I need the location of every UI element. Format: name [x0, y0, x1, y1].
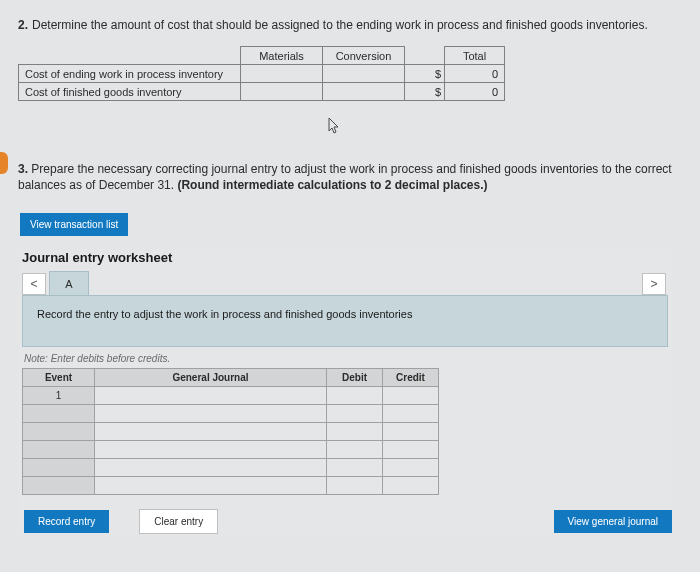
- debit-input[interactable]: [327, 441, 383, 459]
- event-header: Event: [23, 369, 95, 387]
- conversion-input[interactable]: [323, 65, 405, 83]
- credit-input[interactable]: [383, 423, 439, 441]
- q3-number: 3.: [18, 162, 28, 176]
- tabs-row: < A >: [22, 271, 672, 295]
- materials-input[interactable]: [241, 65, 323, 83]
- account-input[interactable]: [95, 441, 327, 459]
- page: 2. Determine the amount of cost that sho…: [0, 0, 700, 552]
- question-2: 2. Determine the amount of cost that sho…: [18, 18, 672, 32]
- next-entry-button[interactable]: >: [642, 273, 666, 295]
- account-input[interactable]: [95, 423, 327, 441]
- clear-entry-button[interactable]: Clear entry: [139, 509, 218, 534]
- credit-input[interactable]: [383, 477, 439, 495]
- event-cell: [23, 459, 95, 477]
- journal-worksheet: Journal entry worksheet < A > Record the…: [18, 250, 672, 534]
- table-row: 1: [23, 387, 439, 405]
- entry-description: Record the entry to adjust the work in p…: [22, 295, 668, 347]
- general-journal-table: Event General Journal Debit Credit 1: [22, 368, 439, 495]
- total-header: Total: [445, 47, 505, 65]
- table-row: [23, 441, 439, 459]
- event-cell: 1: [23, 387, 95, 405]
- table-row: [23, 423, 439, 441]
- question-3: 3. Prepare the necessary correcting jour…: [18, 161, 672, 193]
- general-journal-header: General Journal: [95, 369, 327, 387]
- debit-input[interactable]: [327, 405, 383, 423]
- tab-a[interactable]: A: [49, 271, 89, 295]
- note-text: Note: Enter debits before credits.: [24, 353, 672, 364]
- table-row: [23, 477, 439, 495]
- debit-input[interactable]: [327, 423, 383, 441]
- q3-bold: (Round intermediate calculations to 2 de…: [177, 178, 487, 192]
- credit-input[interactable]: [383, 387, 439, 405]
- materials-input[interactable]: [241, 83, 323, 101]
- event-cell: [23, 441, 95, 459]
- total-value: 0: [445, 83, 505, 101]
- dollar-sign: $: [405, 65, 445, 83]
- credit-header: Credit: [383, 369, 439, 387]
- prev-entry-button[interactable]: <: [22, 273, 46, 295]
- worksheet-title: Journal entry worksheet: [22, 250, 672, 265]
- debit-input[interactable]: [327, 387, 383, 405]
- record-entry-button[interactable]: Record entry: [24, 510, 109, 533]
- page-marker: [0, 152, 8, 174]
- account-input[interactable]: [95, 387, 327, 405]
- table-row: Cost of ending work in process inventory…: [19, 65, 505, 83]
- blank-header: [19, 47, 241, 65]
- event-cell: [23, 405, 95, 423]
- q2-number: 2.: [18, 18, 28, 32]
- credit-input[interactable]: [383, 405, 439, 423]
- event-cell: [23, 423, 95, 441]
- account-input[interactable]: [95, 459, 327, 477]
- cost-table: Materials Conversion Total Cost of endin…: [18, 46, 505, 101]
- buttons-row: Record entry Clear entry View general jo…: [24, 509, 672, 534]
- account-input[interactable]: [95, 477, 327, 495]
- debit-input[interactable]: [327, 477, 383, 495]
- debit-input[interactable]: [327, 459, 383, 477]
- conversion-header: Conversion: [323, 47, 405, 65]
- conversion-input[interactable]: [323, 83, 405, 101]
- event-cell: [23, 477, 95, 495]
- q2-text: Determine the amount of cost that should…: [32, 18, 648, 32]
- account-input[interactable]: [95, 405, 327, 423]
- dollar-sign: $: [405, 83, 445, 101]
- materials-header: Materials: [241, 47, 323, 65]
- view-general-journal-button[interactable]: View general journal: [554, 510, 672, 533]
- gap-header: [405, 47, 445, 65]
- total-value: 0: [445, 65, 505, 83]
- row-label: Cost of ending work in process inventory: [19, 65, 241, 83]
- table-row: Cost of finished goods inventory $ 0: [19, 83, 505, 101]
- view-transaction-list-button[interactable]: View transaction list: [20, 213, 128, 236]
- cursor-icon: [328, 117, 342, 135]
- table-row: [23, 405, 439, 423]
- row-label: Cost of finished goods inventory: [19, 83, 241, 101]
- debit-header: Debit: [327, 369, 383, 387]
- credit-input[interactable]: [383, 441, 439, 459]
- table-row: [23, 459, 439, 477]
- credit-input[interactable]: [383, 459, 439, 477]
